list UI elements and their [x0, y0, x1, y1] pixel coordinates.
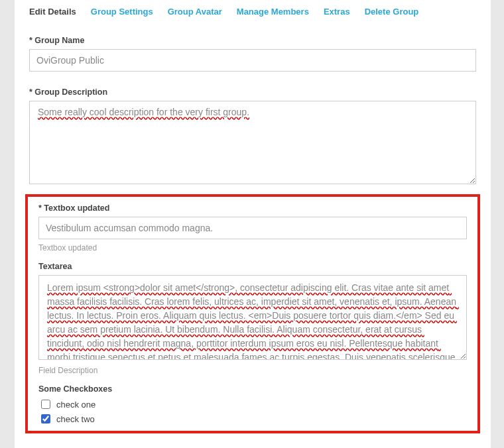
tab-bar: Edit Details Group Settings Group Avatar… — [15, 0, 491, 24]
checkbox-row-two[interactable]: check two — [38, 412, 467, 425]
group-name-input[interactable] — [29, 49, 476, 72]
checkboxes-label: Some Checkboxes — [38, 384, 467, 394]
checkbox-row-one[interactable]: check one — [38, 398, 467, 411]
checkbox-two[interactable] — [41, 414, 50, 423]
checkbox-two-label: check two — [56, 414, 95, 424]
group-description-textarea[interactable] — [29, 101, 476, 184]
tab-extras[interactable]: Extras — [324, 7, 350, 17]
textarea-input[interactable] — [38, 275, 467, 360]
textarea-hint: Field Description — [38, 366, 467, 375]
textbox-updated-label: * Textbox updated — [38, 203, 467, 213]
textbox-updated-hint: Textbox updated — [38, 243, 467, 252]
textbox-updated-input[interactable] — [38, 217, 467, 239]
tab-edit-details[interactable]: Edit Details — [29, 7, 76, 17]
textarea-label: Textarea — [38, 262, 467, 271]
group-description-label: * Group Description — [29, 87, 476, 97]
tab-group-avatar[interactable]: Group Avatar — [168, 7, 222, 17]
tab-group-settings[interactable]: Group Settings — [91, 7, 153, 17]
tab-delete-group[interactable]: Delete Group — [365, 7, 419, 17]
checkbox-one[interactable] — [41, 400, 50, 409]
checkbox-one-label: check one — [56, 400, 95, 410]
group-name-label: * Group Name — [29, 36, 476, 45]
form-panel: Edit Details Group Settings Group Avatar… — [15, 0, 491, 448]
tab-manage-members[interactable]: Manage Members — [237, 7, 309, 17]
highlighted-region: * Textbox updated Textbox updated Textar… — [25, 194, 480, 433]
